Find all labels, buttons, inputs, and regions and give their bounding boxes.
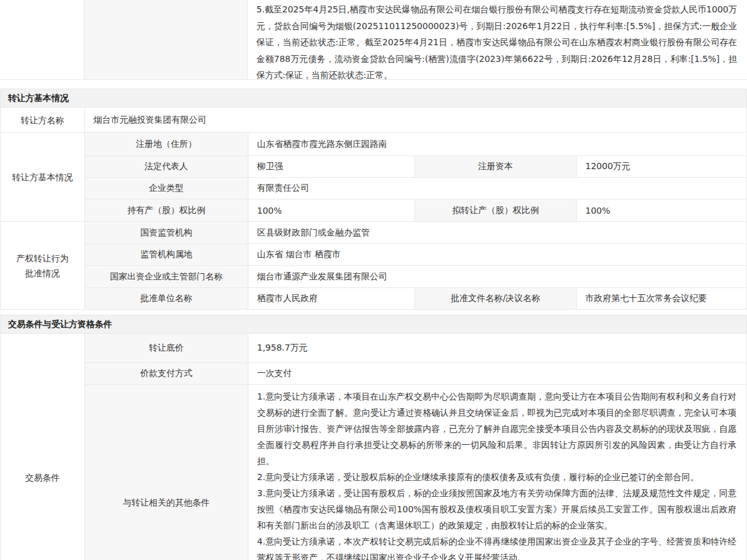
approval-doc-value: 市政府第七十五次常务会议纪要 [577, 288, 746, 309]
state-parent-row: 国家出资企业或主管部门名称 烟台市通源产业发展集团有限公司 [84, 265, 746, 287]
registered-address-value: 山东省栖霞市霞光路东侧庄园路南 [248, 133, 746, 155]
approval-group: 产权转让行为 批准情况 国资监管机构 区县级财政部门或金融办监管 监管机构属地 … [1, 221, 746, 309]
equity-ratio-row: 持有产（股）权比例 100% 拟转让产（股）权比例 100% [84, 199, 746, 221]
loan-status-paragraph: 5.截至2025年4月25日,栖霞市安达民爆物品有限公司在烟台银行股份有限公司栖… [248, 0, 747, 79]
other-conditions-row: 与转让相关的其他条件 1.意向受让方须承诺，本项目在山东产权交易中心公告期即为尽… [84, 384, 746, 560]
other-conditions-label: 与转让相关的其他条件 [84, 385, 248, 560]
registered-address-row: 注册地（住所） 山东省栖霞市霞光路东侧庄园路南 [84, 133, 746, 155]
regulator-region-row: 监管机构属地 山东省 烟台市 栖霞市 [84, 243, 746, 265]
to-transfer-ratio-value: 100% [577, 199, 746, 221]
condition-item-4: 4.意向受让方须承诺，本次产权转让交易完成后标的企业不得再继续使用国家出资企业及… [257, 533, 736, 560]
approver-label: 批准单位名称 [84, 288, 248, 309]
state-parent-value: 烟台市通源产业发展集团有限公司 [248, 266, 746, 287]
transferor-name-label: 转让方名称 [1, 108, 84, 132]
registered-capital-value: 12000万元 [577, 156, 746, 177]
legal-representative-row: 法定代表人 柳卫强 注册资本 12000万元 [84, 155, 746, 177]
other-conditions-text: 1.意向受让方须承诺，本项目在山东产权交易中心公告期即为尽职调查期，意向受让方在… [248, 385, 746, 560]
approval-group-label-line2: 批准情况 [25, 266, 60, 281]
payment-method-label: 价款支付方式 [84, 363, 248, 384]
approval-group-label-line1: 产权转让行为 [17, 251, 69, 266]
regulator-region-label: 监管机构属地 [84, 244, 248, 265]
regulator-region-value: 山东省 烟台市 栖霞市 [248, 244, 746, 265]
transferor-section-header: 转让方基本情况 [1, 89, 746, 107]
transfer-announcement-page: 5.截至2025年4月25日,栖霞市安达民爆物品有限公司在烟台银行股份有限公司栖… [0, 0, 747, 560]
transferor-basic-group: 转让方基本情况 注册地（住所） 山东省栖霞市霞光路东侧庄园路南 法定代表人 柳卫… [1, 132, 746, 221]
payment-method-row: 价款支付方式 一次支付 [84, 362, 746, 384]
approver-row: 批准单位名称 栖霞市人民政府 批准文件名称/决议名称 市政府第七十五次常务会议纪… [84, 287, 746, 309]
condition-item-1: 1.意向受让方须承诺，本项目在山东产权交易中心公告期即为尽职调查期，意向受让方在… [257, 388, 736, 469]
trade-section-header: 交易条件与受让方资格条件 [1, 315, 746, 333]
holding-ratio-value: 100% [248, 199, 414, 221]
regulator-label: 国资监管机构 [84, 222, 248, 243]
section-gap [0, 310, 747, 315]
regulator-row: 国资监管机构 区县级财政部门或金融办监管 [84, 222, 746, 243]
transferor-section: 转让方基本情况 转让方名称 烟台市元融投资集团有限公司 转让方基本情况 注册地（… [0, 89, 747, 310]
section-gap [0, 80, 747, 89]
empty-label-cell [84, 0, 248, 79]
transferor-basic-group-label: 转让方基本情况 [1, 133, 84, 221]
to-transfer-ratio-label: 拟转让产（股）权比例 [414, 199, 577, 221]
trade-conditions-group-label: 交易条件 [1, 334, 84, 560]
floor-price-label: 转让底价 [84, 334, 248, 362]
floor-price-row: 转让底价 1,958.7万元 [84, 334, 746, 362]
registered-address-label: 注册地（住所） [84, 133, 248, 155]
regulator-value: 区县级财政部门或金融办监管 [248, 222, 746, 243]
transferor-name-row: 转让方名称 烟台市元融投资集团有限公司 [1, 107, 746, 132]
state-parent-label: 国家出资企业或主管部门名称 [84, 266, 248, 287]
legal-representative-label: 法定代表人 [84, 156, 248, 177]
floor-price-value: 1,958.7万元 [248, 334, 746, 362]
registered-capital-label: 注册资本 [414, 156, 577, 177]
approval-group-label: 产权转让行为 批准情况 [1, 222, 84, 309]
condition-item-2: 2.意向受让方须承诺，受让股权后标的企业继续承接原有的债权债务及或有负债，履行标… [257, 469, 736, 485]
enterprise-type-value: 有限责任公司 [248, 178, 746, 199]
empty-first-column-cell [0, 0, 84, 79]
approver-value: 栖霞市人民政府 [248, 288, 414, 309]
trade-conditions-group: 交易条件 转让底价 1,958.7万元 价款支付方式 一次支付 与转让相关的其他… [1, 333, 746, 560]
loan-status-row: 5.截至2025年4月25日,栖霞市安达民爆物品有限公司在烟台银行股份有限公司栖… [0, 0, 747, 80]
transferor-name-value: 烟台市元融投资集团有限公司 [84, 108, 746, 132]
enterprise-type-label: 企业类型 [84, 178, 248, 199]
holding-ratio-label: 持有产（股）权比例 [84, 199, 248, 221]
payment-method-value: 一次支付 [248, 363, 746, 384]
approval-doc-label: 批准文件名称/决议名称 [414, 288, 577, 309]
condition-item-3: 3.意向受让方须承诺，受让国有股权后，标的企业须按照国家及地方有关劳动保障方面的… [257, 485, 736, 533]
legal-representative-value: 柳卫强 [248, 156, 414, 177]
trade-conditions-section: 交易条件与受让方资格条件 交易条件 转让底价 1,958.7万元 价款支付方式 … [0, 315, 747, 560]
enterprise-type-row: 企业类型 有限责任公司 [84, 177, 746, 199]
